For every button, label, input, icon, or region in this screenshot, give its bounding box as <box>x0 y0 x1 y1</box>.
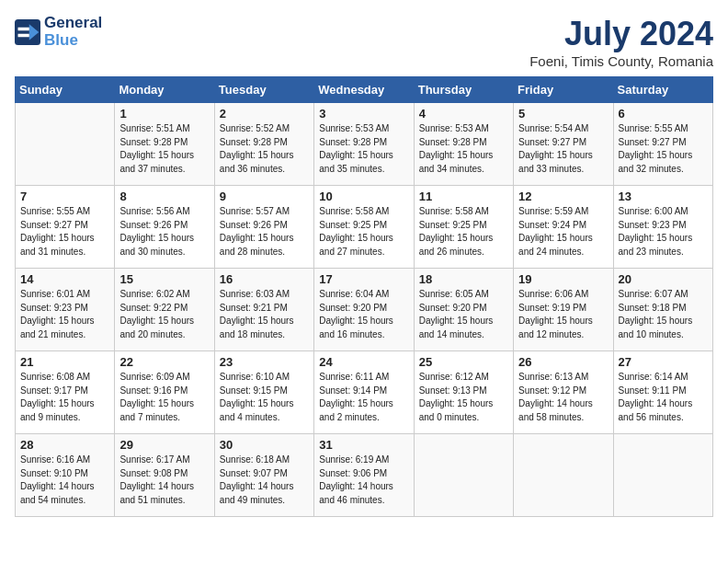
calendar-cell: 9Sunrise: 5:57 AM Sunset: 9:26 PM Daylig… <box>214 186 313 269</box>
day-info: Sunrise: 6:02 AM Sunset: 9:22 PM Dayligh… <box>119 288 209 341</box>
calendar-cell: 5Sunrise: 5:54 AM Sunset: 9:27 PM Daylig… <box>514 103 613 186</box>
weekday-header-friday: Friday <box>514 77 613 103</box>
day-info: Sunrise: 5:56 AM Sunset: 9:26 PM Dayligh… <box>119 205 209 259</box>
day-number: 7 <box>20 190 109 203</box>
calendar-week-row: 28Sunrise: 6:16 AM Sunset: 9:10 PM Dayli… <box>16 434 713 517</box>
calendar-cell: 15Sunrise: 6:02 AM Sunset: 9:22 PM Dayli… <box>115 269 214 351</box>
day-info: Sunrise: 6:13 AM Sunset: 9:12 PM Dayligh… <box>518 371 608 424</box>
calendar-cell <box>613 434 712 517</box>
calendar-cell: 24Sunrise: 6:11 AM Sunset: 9:14 PM Dayli… <box>314 351 414 434</box>
calendar-cell <box>414 434 513 517</box>
calendar-cell: 29Sunrise: 6:17 AM Sunset: 9:08 PM Dayli… <box>115 434 214 517</box>
calendar-cell: 28Sunrise: 6:16 AM Sunset: 9:10 PM Dayli… <box>16 434 115 517</box>
weekday-header-thursday: Thursday <box>414 77 513 103</box>
svg-rect-3 <box>18 33 29 37</box>
title-block: July 2024 Foeni, Timis County, Romania <box>529 15 713 69</box>
day-number: 19 <box>518 272 608 286</box>
weekday-header-wednesday: Wednesday <box>314 77 414 103</box>
calendar-week-row: 14Sunrise: 6:01 AM Sunset: 9:23 PM Dayli… <box>16 269 713 351</box>
weekday-header-row: SundayMondayTuesdayWednesdayThursdayFrid… <box>16 77 713 103</box>
day-info: Sunrise: 6:10 AM Sunset: 9:15 PM Dayligh… <box>220 371 309 424</box>
day-number: 9 <box>220 190 309 203</box>
day-number: 17 <box>319 272 408 286</box>
day-info: Sunrise: 6:11 AM Sunset: 9:14 PM Dayligh… <box>319 371 408 424</box>
calendar-cell: 16Sunrise: 6:03 AM Sunset: 9:21 PM Dayli… <box>214 269 313 351</box>
day-info: Sunrise: 5:52 AM Sunset: 9:28 PM Dayligh… <box>220 122 309 176</box>
day-info: Sunrise: 5:54 AM Sunset: 9:27 PM Dayligh… <box>518 122 608 176</box>
logo-icon <box>15 19 40 45</box>
calendar-cell <box>16 103 115 186</box>
calendar-cell: 13Sunrise: 6:00 AM Sunset: 9:23 PM Dayli… <box>613 186 712 269</box>
calendar-cell: 22Sunrise: 6:09 AM Sunset: 9:16 PM Dayli… <box>115 351 214 434</box>
calendar-cell: 1Sunrise: 5:51 AM Sunset: 9:28 PM Daylig… <box>115 103 214 186</box>
page-header: General Blue July 2024 Foeni, Timis Coun… <box>15 15 713 69</box>
location: Foeni, Timis County, Romania <box>529 53 713 69</box>
month-year: July 2024 <box>529 15 713 53</box>
day-info: Sunrise: 6:04 AM Sunset: 9:20 PM Dayligh… <box>319 288 408 341</box>
day-number: 31 <box>319 438 408 452</box>
day-number: 4 <box>419 107 508 121</box>
day-number: 20 <box>619 272 708 286</box>
day-number: 12 <box>518 190 608 203</box>
day-info: Sunrise: 5:53 AM Sunset: 9:28 PM Dayligh… <box>419 122 508 176</box>
calendar-week-row: 7Sunrise: 5:55 AM Sunset: 9:27 PM Daylig… <box>16 186 713 269</box>
day-info: Sunrise: 6:03 AM Sunset: 9:21 PM Dayligh… <box>220 288 309 341</box>
day-number: 3 <box>319 107 408 121</box>
day-info: Sunrise: 5:55 AM Sunset: 9:27 PM Dayligh… <box>20 205 109 259</box>
calendar-cell: 10Sunrise: 5:58 AM Sunset: 9:25 PM Dayli… <box>314 186 414 269</box>
day-number: 13 <box>619 190 708 203</box>
day-info: Sunrise: 6:14 AM Sunset: 9:11 PM Dayligh… <box>619 371 708 424</box>
calendar-cell: 23Sunrise: 6:10 AM Sunset: 9:15 PM Dayli… <box>214 351 313 434</box>
day-number: 16 <box>220 272 309 286</box>
day-number: 8 <box>119 190 209 203</box>
day-number: 11 <box>419 190 508 203</box>
day-number: 27 <box>619 355 708 369</box>
calendar-cell: 25Sunrise: 6:12 AM Sunset: 9:13 PM Dayli… <box>414 351 513 434</box>
day-info: Sunrise: 5:57 AM Sunset: 9:26 PM Dayligh… <box>220 205 309 259</box>
day-info: Sunrise: 5:59 AM Sunset: 9:24 PM Dayligh… <box>518 205 608 259</box>
calendar-table: SundayMondayTuesdayWednesdayThursdayFrid… <box>15 76 713 517</box>
day-info: Sunrise: 5:51 AM Sunset: 9:28 PM Dayligh… <box>119 122 209 176</box>
weekday-header-tuesday: Tuesday <box>214 77 313 103</box>
calendar-cell: 18Sunrise: 6:05 AM Sunset: 9:20 PM Dayli… <box>414 269 513 351</box>
calendar-cell: 30Sunrise: 6:18 AM Sunset: 9:07 PM Dayli… <box>214 434 313 517</box>
day-info: Sunrise: 6:16 AM Sunset: 9:10 PM Dayligh… <box>20 454 109 507</box>
weekday-header-monday: Monday <box>115 77 214 103</box>
day-number: 22 <box>119 355 209 369</box>
day-info: Sunrise: 6:19 AM Sunset: 9:06 PM Dayligh… <box>319 454 408 507</box>
calendar-cell: 2Sunrise: 5:52 AM Sunset: 9:28 PM Daylig… <box>214 103 313 186</box>
calendar-cell: 21Sunrise: 6:08 AM Sunset: 9:17 PM Dayli… <box>16 351 115 434</box>
day-info: Sunrise: 6:09 AM Sunset: 9:16 PM Dayligh… <box>119 371 209 424</box>
calendar-cell: 17Sunrise: 6:04 AM Sunset: 9:20 PM Dayli… <box>314 269 414 351</box>
day-number: 28 <box>20 438 109 452</box>
day-info: Sunrise: 6:17 AM Sunset: 9:08 PM Dayligh… <box>119 454 209 507</box>
day-info: Sunrise: 5:58 AM Sunset: 9:25 PM Dayligh… <box>319 205 408 259</box>
calendar-cell: 8Sunrise: 5:56 AM Sunset: 9:26 PM Daylig… <box>115 186 214 269</box>
calendar-cell: 6Sunrise: 5:55 AM Sunset: 9:27 PM Daylig… <box>613 103 712 186</box>
weekday-header-sunday: Sunday <box>16 77 115 103</box>
day-info: Sunrise: 6:18 AM Sunset: 9:07 PM Dayligh… <box>220 454 309 507</box>
logo: General Blue <box>15 15 102 49</box>
calendar-cell: 19Sunrise: 6:06 AM Sunset: 9:19 PM Dayli… <box>514 269 613 351</box>
calendar-cell: 4Sunrise: 5:53 AM Sunset: 9:28 PM Daylig… <box>414 103 513 186</box>
calendar-cell: 20Sunrise: 6:07 AM Sunset: 9:18 PM Dayli… <box>613 269 712 351</box>
day-number: 14 <box>20 272 109 286</box>
calendar-cell: 7Sunrise: 5:55 AM Sunset: 9:27 PM Daylig… <box>16 186 115 269</box>
calendar-cell: 14Sunrise: 6:01 AM Sunset: 9:23 PM Dayli… <box>16 269 115 351</box>
day-number: 2 <box>220 107 309 121</box>
calendar-cell: 3Sunrise: 5:53 AM Sunset: 9:28 PM Daylig… <box>314 103 414 186</box>
day-number: 30 <box>220 438 309 452</box>
day-info: Sunrise: 5:58 AM Sunset: 9:25 PM Dayligh… <box>419 205 508 259</box>
day-info: Sunrise: 6:07 AM Sunset: 9:18 PM Dayligh… <box>619 288 708 341</box>
day-number: 5 <box>518 107 608 121</box>
day-number: 6 <box>619 107 708 121</box>
day-info: Sunrise: 6:08 AM Sunset: 9:17 PM Dayligh… <box>20 371 109 424</box>
calendar-week-row: 21Sunrise: 6:08 AM Sunset: 9:17 PM Dayli… <box>16 351 713 434</box>
calendar-week-row: 1Sunrise: 5:51 AM Sunset: 9:28 PM Daylig… <box>16 103 713 186</box>
day-info: Sunrise: 5:53 AM Sunset: 9:28 PM Dayligh… <box>319 122 408 176</box>
day-number: 10 <box>319 190 408 203</box>
day-info: Sunrise: 6:12 AM Sunset: 9:13 PM Dayligh… <box>419 371 508 424</box>
day-number: 15 <box>119 272 209 286</box>
day-number: 18 <box>419 272 508 286</box>
calendar-cell: 12Sunrise: 5:59 AM Sunset: 9:24 PM Dayli… <box>514 186 613 269</box>
